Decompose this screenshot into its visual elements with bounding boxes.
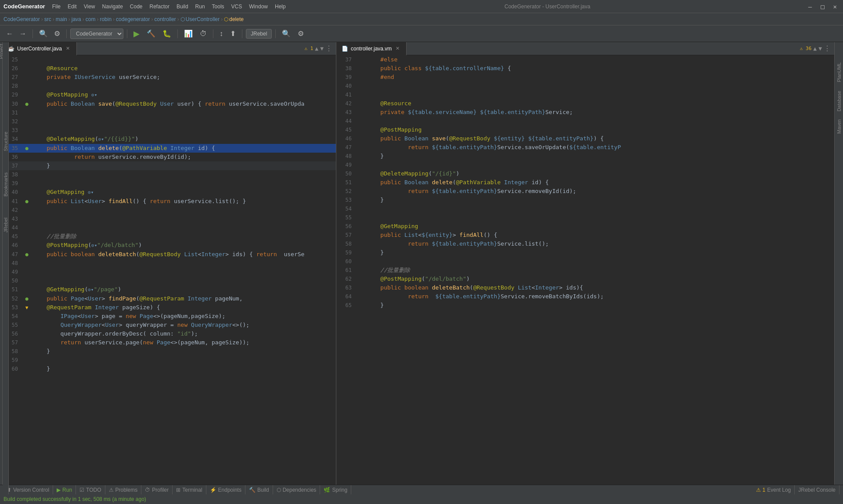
run-button[interactable]: ▶ xyxy=(131,28,142,40)
right-expand-button[interactable]: ▲ xyxy=(813,45,817,52)
code-line-52: 52 ● public Page<User> findPage(@Request… xyxy=(3,294,336,303)
code-line-40: 40 @GetMapping ⊙▾ xyxy=(3,188,336,197)
code-line-39: 39 xyxy=(3,179,336,188)
maximize-button[interactable]: □ xyxy=(818,2,827,11)
tab-usercontroller[interactable]: ☕ UserController.java ✕ xyxy=(3,42,77,55)
toolbar-sep-4 xyxy=(177,29,178,38)
tab-controller-vm-label: controller.java.vm xyxy=(351,46,392,52)
breadcrumb-main[interactable]: main xyxy=(56,16,67,22)
menu-code[interactable]: Code xyxy=(126,2,146,11)
menu-edit[interactable]: Edit xyxy=(64,2,80,11)
gear-button[interactable]: ⚙ xyxy=(295,28,306,39)
code-line-32: 32 xyxy=(3,117,336,126)
minimize-button[interactable]: — xyxy=(806,2,814,11)
menu-file[interactable]: File xyxy=(49,2,64,11)
push-button[interactable]: ⬆ xyxy=(227,28,238,39)
jrebel-side-label[interactable]: JRebel xyxy=(3,216,8,234)
problems-status[interactable]: ⚠ Problems xyxy=(105,485,142,495)
rcode-line-60: 60 xyxy=(336,257,834,266)
structure-panel-label[interactable]: Structure xyxy=(3,130,8,153)
tab-controller-vm[interactable]: 📄 controller.java.vm ✕ xyxy=(336,42,407,55)
toolbar-sep-1 xyxy=(32,29,33,38)
breadcrumb-codegenerator2[interactable]: codegenerator xyxy=(116,16,150,22)
coverage-button[interactable]: 📊 xyxy=(181,28,195,39)
code-line-60: 60 } xyxy=(3,365,336,373)
dependencies-status[interactable]: ⬡ Dependencies xyxy=(273,485,321,495)
todo-status[interactable]: ☑ TODO xyxy=(76,485,105,495)
run-status[interactable]: ▶ Run xyxy=(53,485,76,495)
menu-vcs[interactable]: VCS xyxy=(228,2,246,11)
tab-vm-close-button[interactable]: ✕ xyxy=(394,45,401,52)
rcode-line-59: 59 } xyxy=(336,248,834,257)
menu-help[interactable]: Help xyxy=(271,2,289,11)
close-button[interactable]: ✕ xyxy=(831,2,839,11)
endpoints-status[interactable]: ⚡ Endpoints xyxy=(206,485,245,495)
breadcrumb-robin[interactable]: robin xyxy=(100,16,112,22)
forward-button[interactable]: → xyxy=(17,29,29,39)
menu-navigate[interactable]: Navigate xyxy=(98,2,126,11)
maven-panel-label[interactable]: Maven xyxy=(836,118,842,136)
right-editor-menu-button[interactable]: ⋮ xyxy=(824,44,831,53)
dependencies-icon: ⬡ xyxy=(277,487,281,493)
build-status[interactable]: 🔨 Build xyxy=(245,485,273,495)
code-line-33: 33 xyxy=(3,126,336,135)
menu-window[interactable]: Window xyxy=(245,2,271,11)
java-file-icon: ☕ xyxy=(8,46,14,52)
planuml-panel-label[interactable]: PlanUML xyxy=(836,60,843,85)
search-button[interactable]: 🔍 xyxy=(279,28,293,39)
menu-build[interactable]: Build xyxy=(173,2,192,11)
breadcrumb-com[interactable]: com xyxy=(86,16,96,22)
settings-button[interactable]: ⚙ xyxy=(51,28,63,39)
endpoints-label: Endpoints xyxy=(218,487,241,493)
code-line-58: 58 } xyxy=(3,347,336,356)
search-everywhere-button[interactable]: 🔍 xyxy=(36,28,50,39)
tab-close-button[interactable]: ✕ xyxy=(65,45,71,52)
spring-label: Spring xyxy=(332,487,347,493)
collapse-button[interactable]: ▼ xyxy=(320,45,324,52)
code-line-50: 50 xyxy=(3,276,336,285)
breadcrumb-codegenerator[interactable]: CodeGenerator xyxy=(4,16,40,22)
todo-icon: ☑ xyxy=(79,487,84,493)
breadcrumb-usercontroller-icon: ⬡ xyxy=(180,16,185,22)
right-collapse-button[interactable]: ▼ xyxy=(818,45,822,52)
debug-button[interactable]: 🐛 xyxy=(160,28,174,39)
expand-button[interactable]: ▲ xyxy=(315,45,318,52)
breadcrumb-delete-method[interactable]: delete xyxy=(229,16,244,22)
spring-status[interactable]: 🌿 Spring xyxy=(320,485,351,495)
rcode-line-42: 42 @Resource xyxy=(336,99,834,108)
menu-view[interactable]: View xyxy=(80,2,99,11)
git-button[interactable]: ↕ xyxy=(217,29,226,39)
code-line-29: 29 @PostMapping ⊙▾ xyxy=(3,90,336,100)
rcode-line-44: 44 xyxy=(336,117,834,125)
database-panel-label[interactable]: Database xyxy=(836,88,843,114)
toolbar-sep-7 xyxy=(275,29,276,38)
jrebel-console-status[interactable]: JRebel Console xyxy=(795,485,839,495)
terminal-status[interactable]: ⊞ Terminal xyxy=(173,485,206,495)
back-button[interactable]: ← xyxy=(4,29,16,39)
event-log-status[interactable]: ⚠ 1 Event Log xyxy=(753,485,795,495)
menu-refactor[interactable]: Refactor xyxy=(146,2,173,11)
profiler-icon: ⏱ xyxy=(145,487,150,493)
menu-run[interactable]: Run xyxy=(192,2,209,11)
breadcrumb-controller[interactable]: controller xyxy=(155,16,176,22)
code-line-57: 57 return userService.page(new Page<>(pa… xyxy=(3,338,336,347)
build-button[interactable]: 🔨 xyxy=(144,28,158,39)
left-editor-content[interactable]: 25 26 @Resource 27 pri xyxy=(3,55,336,485)
build-success-message: Build completed successfully in 1 sec, 5… xyxy=(4,496,146,502)
rcode-line-48: 48 } xyxy=(336,152,834,161)
jrebel-button[interactable]: JRebel xyxy=(246,29,272,39)
right-panel-bar: PlanUML Database Maven xyxy=(834,42,843,485)
profiler-status[interactable]: ⏱ Profiler xyxy=(141,485,173,495)
rcode-line-64: 64 return ${table.entityPath}Service.rem… xyxy=(336,292,834,301)
breadcrumb-java[interactable]: java xyxy=(72,16,81,22)
editor-menu-button[interactable]: ⋮ xyxy=(325,44,332,53)
right-editor-content[interactable]: 37 #else 38 public class ${table.control… xyxy=(336,55,834,485)
left-code-area: 25 26 @Resource 27 pri xyxy=(3,55,336,373)
menu-tools[interactable]: Tools xyxy=(209,2,228,11)
breadcrumb-usercontroller[interactable]: UserController xyxy=(186,16,220,22)
breadcrumb-src[interactable]: src xyxy=(44,16,51,22)
bookmarks-panel-label[interactable]: Bookmarks xyxy=(3,171,8,198)
version-control-status[interactable]: ⬆ Version Control xyxy=(4,485,53,495)
project-selector[interactable]: CodeGenerator xyxy=(70,29,123,39)
profile-button[interactable]: ⏱ xyxy=(197,29,209,39)
